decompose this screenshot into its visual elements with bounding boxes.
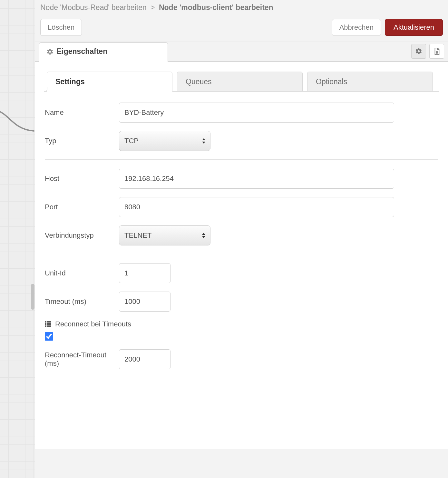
timeout-input[interactable]: [119, 292, 170, 312]
panel-scrollbar[interactable]: [31, 284, 34, 310]
canvas-grid: [0, 0, 35, 478]
cancel-button[interactable]: Abbrechen: [332, 19, 381, 36]
svg-rect-2: [49, 321, 51, 323]
unitid-input[interactable]: [119, 263, 170, 283]
gear-icon: [415, 48, 422, 55]
name-label: Name: [45, 108, 112, 117]
host-input[interactable]: [119, 169, 394, 189]
connection-type-select[interactable]: TELNET: [119, 225, 210, 245]
breadcrumb-prev[interactable]: Node 'Modbus-Read' bearbeiten: [40, 3, 147, 12]
divider: [45, 159, 438, 160]
connection-type-select-value: TELNET: [124, 231, 151, 240]
breadcrumb-current: Node 'modbus-client' bearbeiten: [159, 3, 273, 12]
svg-rect-1: [47, 321, 49, 323]
top-tabbar: Eigenschaften: [35, 42, 448, 62]
reconnect-header-label: Reconnect bei Timeouts: [55, 320, 131, 328]
type-select[interactable]: TCP: [119, 131, 210, 151]
type-label: Typ: [45, 137, 112, 145]
tab-properties-label: Eigenschaften: [57, 47, 107, 56]
svg-rect-0: [45, 321, 46, 323]
subtab-queues[interactable]: Queues: [177, 72, 303, 92]
node-settings-icon-button[interactable]: [411, 44, 426, 59]
tab-properties[interactable]: Eigenschaften: [39, 42, 168, 62]
updown-caret-icon: [202, 233, 206, 238]
breadcrumb: Node 'Modbus-Read' bearbeiten > Node 'mo…: [35, 0, 448, 17]
gear-icon: [46, 48, 54, 55]
unitid-label: Unit-Id: [45, 269, 112, 277]
update-button[interactable]: Aktualisieren: [385, 19, 443, 36]
editor-panel: Node 'Modbus-Read' bearbeiten > Node 'mo…: [35, 0, 448, 478]
reconnect-timeout-input[interactable]: [119, 349, 170, 369]
reconnect-timeout-label: Reconnect-Timeout (ms): [45, 351, 112, 368]
breadcrumb-separator: >: [149, 3, 157, 12]
svg-rect-5: [49, 323, 51, 325]
sub-tabbar: Settings Queues Optionals: [44, 71, 439, 92]
svg-rect-7: [47, 325, 49, 327]
host-label: Host: [45, 174, 112, 183]
port-label: Port: [45, 203, 112, 211]
port-input[interactable]: [119, 197, 394, 217]
document-icon: [433, 47, 440, 55]
reconnect-checkbox[interactable]: [45, 332, 53, 341]
divider: [45, 254, 438, 254]
name-input[interactable]: [119, 103, 394, 123]
grid-icon: [45, 321, 51, 327]
connection-type-label: Verbindungstyp: [45, 231, 112, 240]
timeout-label: Timeout (ms): [45, 297, 112, 306]
subtab-optionals[interactable]: Optionals: [307, 72, 433, 92]
updown-caret-icon: [202, 138, 206, 144]
svg-rect-6: [45, 325, 46, 327]
subtab-settings[interactable]: Settings: [47, 72, 172, 92]
type-select-value: TCP: [124, 137, 139, 145]
action-bar: Löschen Abbrechen Aktualisieren: [35, 17, 448, 42]
form-content: Settings Queues Optionals Name Typ TCP: [35, 62, 448, 449]
node-docs-icon-button[interactable]: [429, 44, 444, 59]
delete-button[interactable]: Löschen: [40, 19, 82, 36]
svg-rect-3: [45, 323, 46, 325]
svg-rect-8: [49, 325, 51, 327]
reconnect-header: Reconnect bei Timeouts: [45, 320, 438, 328]
svg-rect-4: [47, 323, 49, 325]
